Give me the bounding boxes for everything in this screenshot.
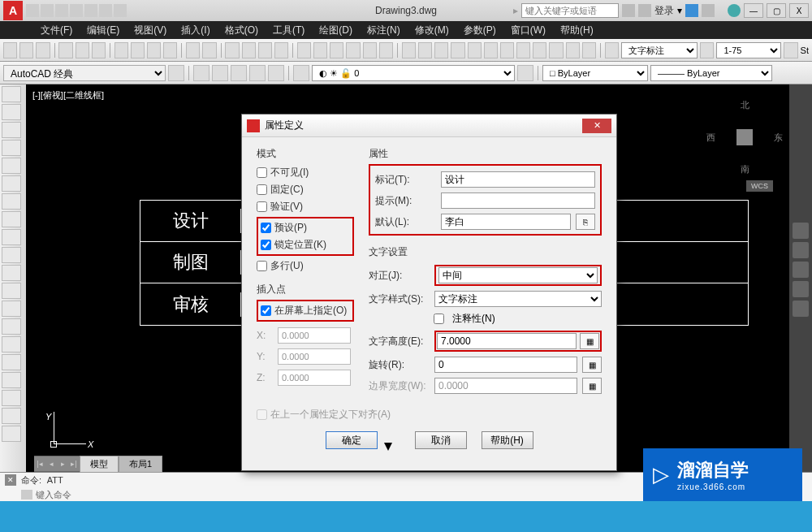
- close-window-button[interactable]: X: [789, 3, 809, 18]
- chk-multiline[interactable]: [257, 261, 267, 271]
- tb-region-icon[interactable]: [268, 65, 284, 81]
- help-icon[interactable]: [728, 4, 741, 17]
- minimize-button[interactable]: —: [744, 3, 763, 18]
- tb-zoomprev-icon[interactable]: [274, 42, 288, 58]
- circle-icon[interactable]: [2, 193, 21, 210]
- zoom-nav-icon[interactable]: [793, 262, 809, 278]
- insertblock-icon[interactable]: [2, 283, 21, 299]
- tag-input[interactable]: [441, 171, 595, 188]
- app-icon[interactable]: A: [3, 1, 23, 20]
- chk-invisible[interactable]: [257, 167, 267, 178]
- menu-modify[interactable]: 修改(M): [415, 24, 449, 37]
- viewcube[interactable]: 北 南 东 西: [708, 101, 781, 174]
- menu-edit[interactable]: 编辑(E): [87, 24, 119, 37]
- tb-paste-icon[interactable]: [147, 42, 161, 58]
- cloud-icon[interactable]: [702, 4, 715, 17]
- tb-xref-icon[interactable]: [193, 65, 209, 81]
- wcs-label[interactable]: WCS: [746, 180, 773, 192]
- tb-pan-icon[interactable]: [225, 42, 239, 58]
- textstyle-select-dlg[interactable]: 文字标注: [434, 291, 602, 307]
- maximize-button[interactable]: ▢: [767, 3, 786, 18]
- tb-zoomwin-icon[interactable]: [258, 42, 272, 58]
- line-icon[interactable]: [2, 86, 21, 102]
- tb-block-icon[interactable]: [212, 65, 228, 81]
- help-search-input[interactable]: [521, 3, 619, 18]
- menu-help[interactable]: 帮助(H): [560, 24, 594, 37]
- tb-match-icon[interactable]: [163, 42, 177, 58]
- viewcube-top[interactable]: [736, 129, 753, 145]
- arc-icon[interactable]: [2, 175, 21, 192]
- addsel-icon[interactable]: [2, 426, 21, 442]
- point-icon[interactable]: [2, 318, 21, 335]
- navwheel-icon[interactable]: [793, 223, 809, 239]
- tab-prev-icon[interactable]: ◂: [45, 456, 57, 471]
- tb-new-icon[interactable]: [3, 42, 17, 58]
- qat-saveas-icon[interactable]: [70, 4, 83, 17]
- cmd-close-icon[interactable]: ✕: [5, 474, 16, 486]
- layer-select[interactable]: ◐ ☀ 🔓 0: [312, 65, 515, 81]
- tb-laydel-icon[interactable]: [566, 42, 580, 58]
- spline-icon[interactable]: [2, 229, 21, 245]
- cancel-button[interactable]: 取消: [415, 431, 467, 449]
- dialog-close-button[interactable]: ✕: [582, 119, 611, 133]
- menu-view[interactable]: 视图(V): [134, 24, 166, 37]
- tb-open-icon[interactable]: [19, 42, 33, 58]
- tab-layout1[interactable]: 布局1: [119, 456, 162, 473]
- polygon-icon[interactable]: [2, 140, 21, 156]
- pick-rotation-button[interactable]: ▦: [582, 357, 602, 373]
- tab-next-icon[interactable]: ▸: [57, 456, 68, 471]
- rotation-input[interactable]: [434, 357, 577, 373]
- exchange-icon[interactable]: [685, 4, 698, 17]
- tab-first-icon[interactable]: |◂: [34, 456, 45, 471]
- chk-lockposition[interactable]: [261, 240, 271, 250]
- qat-redo-icon[interactable]: [114, 4, 127, 17]
- qat-open-icon[interactable]: [41, 4, 54, 17]
- tab-model[interactable]: 模型: [80, 456, 119, 473]
- tb-preview-icon[interactable]: [76, 42, 89, 58]
- ellipsearc-icon[interactable]: [2, 265, 21, 281]
- tab-last-icon[interactable]: ▸|: [68, 456, 80, 471]
- tb-tablestyle-icon[interactable]: [784, 42, 797, 58]
- ellipse-icon[interactable]: [2, 247, 21, 263]
- insert-field-button[interactable]: ⎘: [576, 214, 595, 230]
- rectangle-icon[interactable]: [2, 158, 21, 174]
- tb-markup-icon[interactable]: [363, 42, 377, 58]
- binoculars-icon[interactable]: [622, 4, 635, 17]
- tb-copy-icon[interactable]: [131, 42, 145, 58]
- tb-layunlk-icon[interactable]: [484, 42, 498, 58]
- orbit-icon[interactable]: [793, 281, 809, 297]
- prompt-input[interactable]: [441, 192, 595, 209]
- chk-verify[interactable]: [257, 201, 267, 212]
- textheight-input[interactable]: [437, 333, 577, 349]
- dialog-titlebar[interactable]: 属性定义 ✕: [242, 115, 616, 137]
- table-icon[interactable]: [2, 390, 21, 406]
- xline-icon[interactable]: [2, 104, 21, 120]
- dimstyle-select[interactable]: 1-75: [716, 42, 781, 58]
- mtext-icon[interactable]: [2, 408, 21, 424]
- showmotion-icon[interactable]: [793, 301, 809, 317]
- color-select[interactable]: □ ByLayer: [542, 65, 648, 81]
- tb-save-icon[interactable]: [36, 42, 50, 58]
- gradient-tool-icon[interactable]: [2, 354, 21, 370]
- qat-print-icon[interactable]: [84, 4, 97, 17]
- chk-annotative[interactable]: [434, 314, 444, 324]
- help-button[interactable]: 帮助(H): [482, 431, 533, 449]
- tb-laylck-icon[interactable]: [468, 42, 482, 58]
- menu-parametric[interactable]: 参数(P): [464, 24, 496, 37]
- menu-draw[interactable]: 绘图(D): [319, 24, 352, 37]
- tb-laymake-icon[interactable]: [517, 65, 533, 81]
- justify-select[interactable]: 中间: [438, 267, 598, 283]
- tb-layermgr-icon[interactable]: [293, 65, 309, 81]
- tb-gradient-icon[interactable]: [249, 65, 266, 81]
- makeblock-icon[interactable]: [2, 301, 21, 317]
- chk-specify-onscreen[interactable]: [261, 305, 271, 316]
- tb-undo-icon[interactable]: [186, 42, 200, 58]
- user-icon[interactable]: [638, 4, 651, 17]
- chk-constant[interactable]: [257, 184, 267, 195]
- pick-height-button[interactable]: ▦: [580, 333, 599, 349]
- menu-format[interactable]: 格式(O): [225, 24, 258, 37]
- linetype-select[interactable]: ——— ByLayer: [650, 65, 772, 81]
- tb-cut-icon[interactable]: [114, 42, 128, 58]
- tb-laymch-icon[interactable]: [500, 42, 514, 58]
- ok-button[interactable]: 确定: [326, 431, 378, 449]
